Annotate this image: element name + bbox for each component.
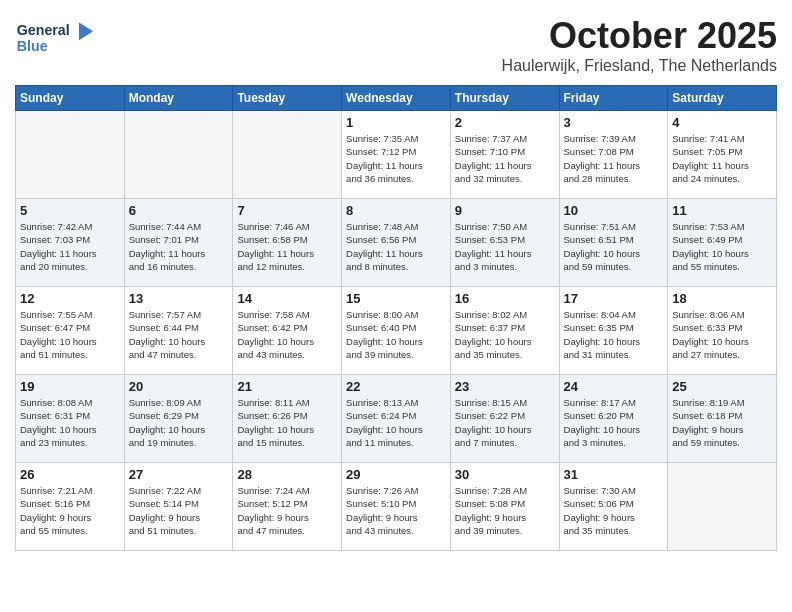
table-row: 22Sunrise: 8:13 AM Sunset: 6:24 PM Dayli… xyxy=(342,375,451,463)
day-number: 6 xyxy=(129,203,229,218)
day-number: 29 xyxy=(346,467,446,482)
table-row: 15Sunrise: 8:00 AM Sunset: 6:40 PM Dayli… xyxy=(342,287,451,375)
day-number: 23 xyxy=(455,379,555,394)
day-number: 2 xyxy=(455,115,555,130)
day-number: 19 xyxy=(20,379,120,394)
header-monday: Monday xyxy=(124,86,233,111)
day-info: Sunrise: 8:06 AM Sunset: 6:33 PM Dayligh… xyxy=(672,308,772,361)
day-info: Sunrise: 8:09 AM Sunset: 6:29 PM Dayligh… xyxy=(129,396,229,449)
calendar-table: Sunday Monday Tuesday Wednesday Thursday… xyxy=(15,85,777,551)
day-number: 22 xyxy=(346,379,446,394)
day-info: Sunrise: 7:24 AM Sunset: 5:12 PM Dayligh… xyxy=(237,484,337,537)
table-row: 9Sunrise: 7:50 AM Sunset: 6:53 PM Daylig… xyxy=(450,199,559,287)
day-info: Sunrise: 7:46 AM Sunset: 6:58 PM Dayligh… xyxy=(237,220,337,273)
day-number: 10 xyxy=(564,203,664,218)
table-row: 4Sunrise: 7:41 AM Sunset: 7:05 PM Daylig… xyxy=(668,111,777,199)
day-number: 4 xyxy=(672,115,772,130)
day-info: Sunrise: 7:41 AM Sunset: 7:05 PM Dayligh… xyxy=(672,132,772,185)
day-info: Sunrise: 7:53 AM Sunset: 6:49 PM Dayligh… xyxy=(672,220,772,273)
title-block: October 2025 Haulerwijk, Friesland, The … xyxy=(502,15,777,75)
logo: General Blue xyxy=(15,15,95,60)
day-info: Sunrise: 8:13 AM Sunset: 6:24 PM Dayligh… xyxy=(346,396,446,449)
day-info: Sunrise: 7:44 AM Sunset: 7:01 PM Dayligh… xyxy=(129,220,229,273)
month-title: October 2025 xyxy=(502,15,777,57)
table-row: 12Sunrise: 7:55 AM Sunset: 6:47 PM Dayli… xyxy=(16,287,125,375)
day-number: 14 xyxy=(237,291,337,306)
day-info: Sunrise: 8:11 AM Sunset: 6:26 PM Dayligh… xyxy=(237,396,337,449)
table-row: 5Sunrise: 7:42 AM Sunset: 7:03 PM Daylig… xyxy=(16,199,125,287)
logo-svg: General Blue xyxy=(15,15,95,60)
day-number: 7 xyxy=(237,203,337,218)
table-row: 26Sunrise: 7:21 AM Sunset: 5:16 PM Dayli… xyxy=(16,463,125,551)
day-info: Sunrise: 7:57 AM Sunset: 6:44 PM Dayligh… xyxy=(129,308,229,361)
location-subtitle: Haulerwijk, Friesland, The Netherlands xyxy=(502,57,777,75)
day-info: Sunrise: 8:17 AM Sunset: 6:20 PM Dayligh… xyxy=(564,396,664,449)
day-info: Sunrise: 7:39 AM Sunset: 7:08 PM Dayligh… xyxy=(564,132,664,185)
table-row: 19Sunrise: 8:08 AM Sunset: 6:31 PM Dayli… xyxy=(16,375,125,463)
day-info: Sunrise: 7:28 AM Sunset: 5:08 PM Dayligh… xyxy=(455,484,555,537)
table-row xyxy=(16,111,125,199)
day-info: Sunrise: 8:04 AM Sunset: 6:35 PM Dayligh… xyxy=(564,308,664,361)
day-number: 9 xyxy=(455,203,555,218)
table-row: 25Sunrise: 8:19 AM Sunset: 6:18 PM Dayli… xyxy=(668,375,777,463)
day-info: Sunrise: 7:30 AM Sunset: 5:06 PM Dayligh… xyxy=(564,484,664,537)
day-number: 5 xyxy=(20,203,120,218)
day-number: 8 xyxy=(346,203,446,218)
day-number: 1 xyxy=(346,115,446,130)
table-row: 21Sunrise: 8:11 AM Sunset: 6:26 PM Dayli… xyxy=(233,375,342,463)
header-wednesday: Wednesday xyxy=(342,86,451,111)
day-number: 31 xyxy=(564,467,664,482)
day-number: 18 xyxy=(672,291,772,306)
page-header: General Blue October 2025 Haulerwijk, Fr… xyxy=(15,15,777,75)
day-info: Sunrise: 7:26 AM Sunset: 5:10 PM Dayligh… xyxy=(346,484,446,537)
day-info: Sunrise: 8:15 AM Sunset: 6:22 PM Dayligh… xyxy=(455,396,555,449)
day-number: 27 xyxy=(129,467,229,482)
header-saturday: Saturday xyxy=(668,86,777,111)
header-tuesday: Tuesday xyxy=(233,86,342,111)
day-number: 3 xyxy=(564,115,664,130)
day-info: Sunrise: 8:08 AM Sunset: 6:31 PM Dayligh… xyxy=(20,396,120,449)
table-row: 16Sunrise: 8:02 AM Sunset: 6:37 PM Dayli… xyxy=(450,287,559,375)
day-info: Sunrise: 7:48 AM Sunset: 6:56 PM Dayligh… xyxy=(346,220,446,273)
table-row: 6Sunrise: 7:44 AM Sunset: 7:01 PM Daylig… xyxy=(124,199,233,287)
header-sunday: Sunday xyxy=(16,86,125,111)
day-number: 13 xyxy=(129,291,229,306)
table-row: 27Sunrise: 7:22 AM Sunset: 5:14 PM Dayli… xyxy=(124,463,233,551)
table-row xyxy=(124,111,233,199)
table-row: 17Sunrise: 8:04 AM Sunset: 6:35 PM Dayli… xyxy=(559,287,668,375)
day-number: 17 xyxy=(564,291,664,306)
day-info: Sunrise: 7:55 AM Sunset: 6:47 PM Dayligh… xyxy=(20,308,120,361)
table-row: 3Sunrise: 7:39 AM Sunset: 7:08 PM Daylig… xyxy=(559,111,668,199)
table-row: 13Sunrise: 7:57 AM Sunset: 6:44 PM Dayli… xyxy=(124,287,233,375)
day-number: 28 xyxy=(237,467,337,482)
table-row: 18Sunrise: 8:06 AM Sunset: 6:33 PM Dayli… xyxy=(668,287,777,375)
table-row xyxy=(233,111,342,199)
table-row: 30Sunrise: 7:28 AM Sunset: 5:08 PM Dayli… xyxy=(450,463,559,551)
day-info: Sunrise: 8:19 AM Sunset: 6:18 PM Dayligh… xyxy=(672,396,772,449)
day-number: 21 xyxy=(237,379,337,394)
table-row: 7Sunrise: 7:46 AM Sunset: 6:58 PM Daylig… xyxy=(233,199,342,287)
table-row: 23Sunrise: 8:15 AM Sunset: 6:22 PM Dayli… xyxy=(450,375,559,463)
header-thursday: Thursday xyxy=(450,86,559,111)
table-row: 10Sunrise: 7:51 AM Sunset: 6:51 PM Dayli… xyxy=(559,199,668,287)
day-info: Sunrise: 7:42 AM Sunset: 7:03 PM Dayligh… xyxy=(20,220,120,273)
table-row: 8Sunrise: 7:48 AM Sunset: 6:56 PM Daylig… xyxy=(342,199,451,287)
table-row: 29Sunrise: 7:26 AM Sunset: 5:10 PM Dayli… xyxy=(342,463,451,551)
day-number: 30 xyxy=(455,467,555,482)
svg-text:Blue: Blue xyxy=(17,38,48,54)
day-info: Sunrise: 7:50 AM Sunset: 6:53 PM Dayligh… xyxy=(455,220,555,273)
calendar-week-row: 1Sunrise: 7:35 AM Sunset: 7:12 PM Daylig… xyxy=(16,111,777,199)
table-row: 31Sunrise: 7:30 AM Sunset: 5:06 PM Dayli… xyxy=(559,463,668,551)
day-info: Sunrise: 8:02 AM Sunset: 6:37 PM Dayligh… xyxy=(455,308,555,361)
table-row: 11Sunrise: 7:53 AM Sunset: 6:49 PM Dayli… xyxy=(668,199,777,287)
calendar-week-row: 5Sunrise: 7:42 AM Sunset: 7:03 PM Daylig… xyxy=(16,199,777,287)
table-row: 28Sunrise: 7:24 AM Sunset: 5:12 PM Dayli… xyxy=(233,463,342,551)
day-number: 24 xyxy=(564,379,664,394)
table-row: 14Sunrise: 7:58 AM Sunset: 6:42 PM Dayli… xyxy=(233,287,342,375)
day-number: 16 xyxy=(455,291,555,306)
table-row xyxy=(668,463,777,551)
svg-text:General: General xyxy=(17,22,70,38)
table-row: 2Sunrise: 7:37 AM Sunset: 7:10 PM Daylig… xyxy=(450,111,559,199)
day-number: 15 xyxy=(346,291,446,306)
table-row: 24Sunrise: 8:17 AM Sunset: 6:20 PM Dayli… xyxy=(559,375,668,463)
